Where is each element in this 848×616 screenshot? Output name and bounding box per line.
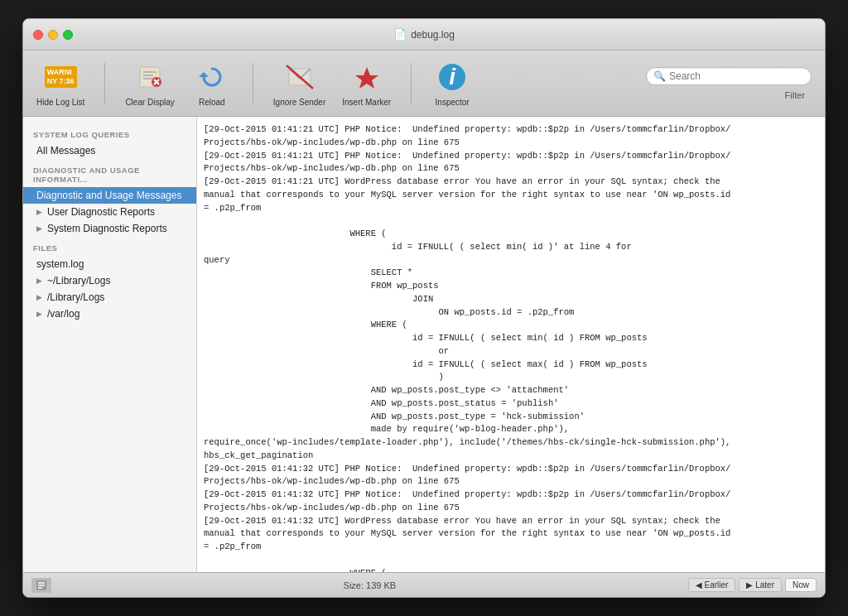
reload-icon xyxy=(195,60,229,94)
filter-label: Filter xyxy=(785,90,805,100)
inspector-icon: i xyxy=(435,60,470,94)
sidebar-item-diag-usage[interactable]: Diagnostic and Usage Messages xyxy=(23,187,196,204)
hide-log-icon: WARNINY 7:36 xyxy=(43,60,78,94)
statusbar-size: Size: 139 KB xyxy=(344,580,397,590)
sidebar-item-var-log[interactable]: ▶ /var/log xyxy=(23,306,196,322)
sidebar-item-library-logs[interactable]: ▶ /Library/Logs xyxy=(23,289,196,306)
minimize-button[interactable] xyxy=(48,30,58,40)
app-window: 📄 debug.log WARNINY 7:36 Hide Log List xyxy=(22,18,826,598)
sidebar-item-all-messages[interactable]: All Messages xyxy=(23,142,196,159)
statusbar-icon[interactable] xyxy=(31,578,51,593)
insert-marker-button[interactable]: Insert Marker xyxy=(342,60,391,107)
disclosure-triangle: ▶ xyxy=(36,208,42,216)
insert-marker-label: Insert Marker xyxy=(342,98,391,107)
document-icon: 📄 xyxy=(393,28,407,41)
insert-marker-icon xyxy=(349,60,384,94)
sidebar-section-diag: DIAGNOSTIC AND USAGE INFORMATI... xyxy=(23,159,196,187)
disclosure-triangle: ▶ xyxy=(36,293,42,301)
clear-display-button[interactable]: Clear Display xyxy=(125,60,174,107)
sidebar-item-library-logs-user[interactable]: ▶ ~/Library/Logs xyxy=(23,272,196,289)
hide-log-list-button[interactable]: WARNINY 7:36 Hide Log List xyxy=(36,60,84,107)
ignore-sender-button[interactable]: Ignore Sender xyxy=(273,60,325,107)
traffic-lights xyxy=(33,30,73,40)
inspector-button[interactable]: i Inspector xyxy=(431,60,473,107)
main-content: SYSTEM LOG QUERIES All Messages DIAGNOST… xyxy=(23,117,825,572)
separator-2 xyxy=(253,63,253,104)
sidebar-item-user-diag[interactable]: ▶ User Diagnostic Reports xyxy=(23,204,196,220)
statusbar-nav: ◀ Earlier ▶ Later Now xyxy=(688,578,817,592)
sidebar-section-files: FILES xyxy=(23,237,196,256)
reload-label: Reload xyxy=(199,98,225,107)
clear-display-icon xyxy=(132,60,167,94)
sidebar: SYSTEM LOG QUERIES All Messages DIAGNOST… xyxy=(23,117,197,572)
clear-display-label: Clear Display xyxy=(125,98,174,107)
disclosure-triangle: ▶ xyxy=(36,277,42,285)
close-button[interactable] xyxy=(33,30,43,40)
titlebar: 📄 debug.log xyxy=(23,19,825,51)
log-content: [29-Oct-2015 01:41:21 UTC] PHP Notice: U… xyxy=(197,120,825,572)
ignore-sender-icon xyxy=(282,60,317,94)
later-button[interactable]: ▶ Later xyxy=(739,578,782,592)
disclosure-triangle: ▶ xyxy=(36,310,42,318)
separator-3 xyxy=(411,63,412,104)
separator-1 xyxy=(104,63,105,104)
reload-button[interactable]: Reload xyxy=(191,60,233,107)
statusbar: Size: 139 KB ◀ Earlier ▶ Later Now xyxy=(23,572,825,597)
search-box: 🔍 xyxy=(646,67,812,85)
search-input[interactable] xyxy=(669,70,804,82)
search-icon: 🔍 xyxy=(653,70,666,82)
ignore-sender-label: Ignore Sender xyxy=(273,98,325,107)
disclosure-triangle: ▶ xyxy=(36,224,42,233)
now-button[interactable]: Now xyxy=(785,578,817,592)
sidebar-section-system-log: SYSTEM LOG QUERIES xyxy=(23,123,196,142)
svg-marker-10 xyxy=(355,67,378,89)
sidebar-item-system-log[interactable]: system.log xyxy=(23,256,196,272)
hide-log-label: Hide Log List xyxy=(36,98,84,107)
svg-marker-7 xyxy=(199,72,209,77)
earlier-button[interactable]: ◀ Earlier xyxy=(688,578,736,592)
inspector-label: Inspector xyxy=(436,98,470,107)
log-area[interactable]: [29-Oct-2015 01:41:21 UTC] PHP Notice: U… xyxy=(197,117,825,572)
window-title: 📄 debug.log xyxy=(393,28,455,41)
sidebar-item-sys-diag[interactable]: ▶ System Diagnostic Reports xyxy=(23,220,196,237)
maximize-button[interactable] xyxy=(63,30,73,40)
toolbar: WARNINY 7:36 Hide Log List Clear Display xyxy=(23,51,825,117)
search-area: 🔍 Filter xyxy=(646,67,812,100)
